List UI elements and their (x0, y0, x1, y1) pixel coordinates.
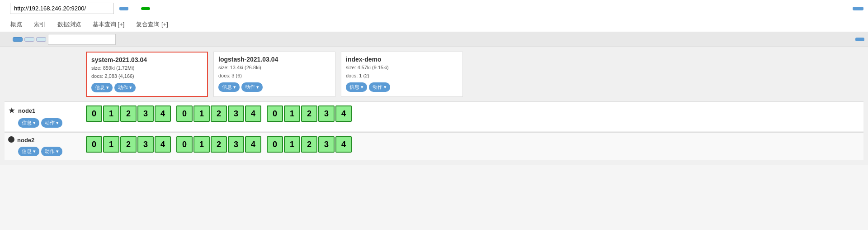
sort-indices-button[interactable] (24, 37, 34, 42)
index-actions-1: 信息 ▾ 动作 ▾ (218, 82, 330, 92)
shard-cell-1-2-1: 1 (284, 136, 300, 153)
shard-cell-1-1-4: 4 (245, 136, 261, 153)
shard-cell-0-2-3: 3 (318, 105, 335, 122)
shard-group-0-1: 01234 (176, 105, 261, 122)
tab-index[interactable]: 索引 (28, 17, 52, 32)
shard-cell-0-1-4: 4 (245, 105, 261, 122)
node-row-0: ★node1 信息 ▾ 动作 ▾ 012340123401234 (5, 101, 863, 131)
index-info-btn-0[interactable]: 信息 ▾ (91, 83, 113, 92)
shard-cell-0-0-1: 1 (103, 105, 119, 122)
node-rows: ★node1 信息 ▾ 动作 ▾ 012340123401234node2 信息… (5, 101, 863, 161)
shard-cell-1-1-1: 1 (193, 136, 210, 153)
index-info-btn-2[interactable]: 信息 ▾ (346, 82, 367, 92)
shard-cell-0-1-0: 0 (176, 105, 193, 122)
node-row-1: node2 信息 ▾ 动作 ▾ 012340123401234 (5, 132, 863, 160)
tab-overview[interactable]: 概览 (5, 17, 28, 32)
index-docs-1: docs: 3 (6) (218, 72, 330, 80)
connect-button[interactable] (119, 7, 128, 10)
shard-cell-0-2-1: 1 (284, 105, 300, 122)
index-actions-2: 信息 ▾ 动作 ▾ (346, 82, 458, 92)
shard-cell-0-2-4: 4 (335, 105, 352, 122)
shards-container-1: 012340123401234 (86, 136, 352, 153)
shard-cell-1-2-4: 4 (335, 136, 352, 153)
index-filter-input[interactable] (48, 34, 116, 45)
tab-basic-query[interactable]: 基本查询 [+] (87, 17, 130, 32)
shard-cell-1-2-2: 2 (301, 136, 317, 153)
index-size-1: size: 13.4ki (26.8ki) (218, 64, 330, 72)
shard-cell-1-2-3: 3 (318, 136, 335, 153)
node-action-btn-1[interactable]: 动作 ▾ (41, 147, 62, 156)
shard-cell-1-0-1: 1 (103, 136, 119, 153)
shard-cell-1-1-2: 2 (211, 136, 227, 153)
index-title-1: logstash-2021.03.04 (218, 56, 330, 63)
url-input[interactable] (10, 3, 114, 14)
node-buttons-1: 信息 ▾ 动作 ▾ (18, 147, 82, 156)
node-info-btn-1[interactable]: 信息 ▾ (18, 147, 39, 156)
index-title-0: system-2021.03.04 (91, 56, 203, 63)
node-info-0: ★node1 信息 ▾ 动作 ▾ (5, 105, 86, 128)
index-header-area: system-2021.03.04 size: 859ki (1.72Mi) d… (86, 52, 863, 99)
shard-cell-1-0-0: 0 (86, 136, 102, 153)
node-name-1: node2 (17, 137, 34, 144)
node-name-0: node1 (18, 107, 35, 114)
node-info-btn-0[interactable]: 信息 ▾ (18, 118, 39, 128)
index-action-btn-1[interactable]: 动作 ▾ (241, 82, 263, 92)
index-action-btn-0[interactable]: 动作 ▾ (114, 83, 136, 92)
node-buttons-0: 信息 ▾ 动作 ▾ (18, 118, 82, 128)
index-title-2: index-demo (346, 56, 458, 63)
node-action-btn-0[interactable]: 动作 ▾ (41, 118, 62, 128)
shard-group-0-0: 01234 (86, 105, 171, 122)
star-icon: ★ (8, 105, 15, 115)
tab-complex-query[interactable]: 复合查询 [+] (130, 17, 174, 32)
top-info-button[interactable] (853, 7, 863, 10)
index-info-btn-1[interactable]: 信息 ▾ (218, 82, 240, 92)
shard-cell-1-2-0: 0 (267, 136, 283, 153)
cluster-overview-label (4, 38, 11, 41)
index-card-2: index-demo size: 4.57ki (9.15ki) docs: 1… (341, 52, 463, 97)
node-info-1: node2 信息 ▾ 动作 ▾ (5, 136, 86, 156)
node-header-1: node2 (8, 136, 82, 144)
shard-cell-0-1-3: 3 (228, 105, 244, 122)
index-action-btn-2[interactable]: 动作 ▾ (369, 82, 390, 92)
shard-cell-0-0-3: 3 (137, 105, 154, 122)
index-card-0: system-2021.03.04 size: 859ki (1.72Mi) d… (86, 52, 208, 97)
index-card-1: logstash-2021.03.04 size: 13.4ki (26.8ki… (213, 52, 335, 97)
index-actions-0: 信息 ▾ 动作 ▾ (91, 83, 203, 92)
circle-icon (8, 136, 14, 144)
toolbar (0, 32, 868, 47)
index-size-0: size: 859ki (1.72Mi) (91, 64, 203, 72)
shard-cell-1-0-4: 4 (155, 136, 171, 153)
shard-group-1-1: 01234 (176, 136, 261, 153)
shard-group-0-2: 01234 (267, 105, 352, 122)
shard-cell-0-0-4: 4 (155, 105, 171, 122)
view-aliases-button[interactable] (36, 37, 46, 42)
shard-cell-1-1-3: 3 (228, 136, 244, 153)
shard-cell-0-1-2: 2 (211, 105, 227, 122)
cluster-sort-button[interactable] (13, 37, 23, 42)
node-header-0: ★node1 (8, 105, 82, 115)
index-size-2: size: 4.57ki (9.15ki) (346, 64, 458, 72)
shard-group-1-2: 01234 (267, 136, 352, 153)
health-badge (141, 7, 150, 10)
shards-container-0: 012340123401234 (86, 105, 352, 122)
tab-data-browser[interactable]: 数据浏览 (52, 17, 87, 32)
shard-cell-0-1-1: 1 (193, 105, 210, 122)
shard-group-1-0: 01234 (86, 136, 171, 153)
shard-cell-0-0-0: 0 (86, 105, 102, 122)
shard-cell-0-2-0: 0 (267, 105, 283, 122)
shard-cell-1-0-2: 2 (120, 136, 137, 153)
app-container: 概览 索引 数据浏览 基本查询 [+] 复合查询 [+] system-2021… (0, 0, 868, 165)
shard-cell-0-2-2: 2 (301, 105, 317, 122)
main-content: system-2021.03.04 size: 859ki (1.72Mi) d… (0, 47, 868, 165)
shard-cell-1-1-0: 0 (176, 136, 193, 153)
shard-cell-0-0-2: 2 (120, 105, 137, 122)
index-docs-2: docs: 1 (2) (346, 72, 458, 80)
refresh-button[interactable] (855, 38, 864, 41)
nav-tabs: 概览 索引 数据浏览 基本查询 [+] 复合查询 [+] (0, 17, 868, 32)
header (0, 0, 868, 17)
shard-cell-1-0-3: 3 (137, 136, 154, 153)
index-docs-0: docs: 2,083 (4,166) (91, 72, 203, 81)
